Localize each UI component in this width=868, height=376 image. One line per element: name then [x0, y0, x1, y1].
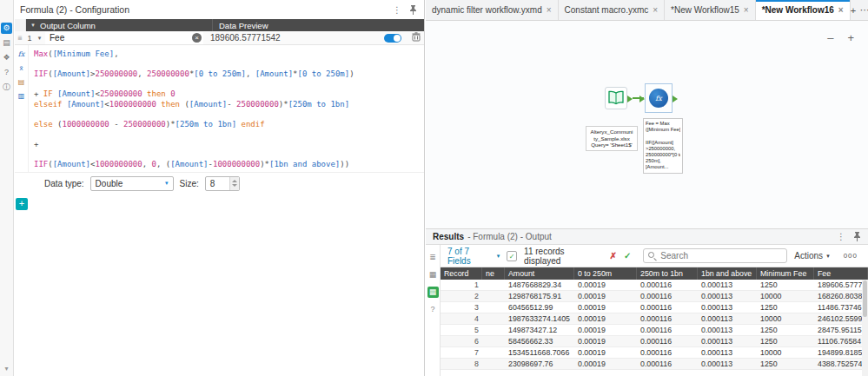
collapse-chevron-icon[interactable]: ▾: [4, 365, 8, 376]
output-column-cell[interactable]: Fee ×: [45, 32, 203, 44]
pin-icon[interactable]: [853, 232, 861, 241]
text-line: [646, 133, 680, 139]
input-tool-caption[interactable]: Alteryx_Community_Sample.xlsxQuery= 'She…: [586, 126, 638, 151]
table-row[interactable]: 41987633274.14050.000190.0001160.0001131…: [441, 313, 868, 325]
tab-dynamic-filter-workflow[interactable]: dynamic filter workflow.yxmd ×: [426, 0, 559, 20]
formula-line: + IF [Amount]<250000000 then 0: [34, 89, 419, 100]
add-expression-button[interactable]: +: [16, 198, 28, 210]
output-column-header[interactable]: Output Column: [40, 21, 212, 30]
table-row[interactable]: 11487668829.340.000190.0001160.000113125…: [441, 280, 868, 291]
formula-code[interactable]: Max([Minimum Fee], IIF([Amount]>25000000…: [29, 45, 424, 172]
table-cell: 0.00019: [574, 325, 637, 335]
overflow-menu-icon[interactable]: ⋯: [856, 4, 868, 16]
table-row[interactable]: 71534511668.70660.000190.0001160.0001131…: [441, 347, 868, 359]
stepper-arrows-icon[interactable]: [229, 177, 239, 190]
text-line: ty_Sample.xlsx: [587, 135, 636, 142]
saved-expressions-icon[interactable]: ▥: [16, 91, 27, 102]
decimal-places-control[interactable]: 000: [844, 252, 858, 260]
scrollbar-thumb[interactable]: [863, 280, 867, 317]
table-row[interactable]: 5149873427.120.000190.0001160.0001131250…: [441, 325, 868, 336]
data-preview-header[interactable]: Data Preview: [213, 21, 424, 30]
favorites-icon[interactable]: ❖: [1, 52, 12, 63]
layers-icon[interactable]: ▤: [1, 37, 12, 49]
records-view-icon[interactable]: ≣: [427, 252, 439, 263]
columns-icon[interactable]: x̄: [16, 63, 27, 74]
column-header[interactable]: 1bn and above: [698, 267, 757, 280]
help-icon[interactable]: ?: [427, 304, 439, 315]
table-cell: 1487668829.34: [505, 280, 574, 290]
actions-dropdown[interactable]: Actions ▾: [794, 251, 829, 261]
table-cell: 1250: [757, 280, 814, 290]
constants-icon[interactable]: ▤: [16, 77, 27, 88]
table-cell: 0.000113: [698, 313, 757, 324]
clear-field-icon[interactable]: ×: [192, 33, 202, 43]
table-cell: 0.00019: [574, 280, 637, 290]
column-header[interactable]: Minimum Fee: [757, 267, 814, 280]
pin-icon[interactable]: [409, 5, 417, 15]
column-header[interactable]: 250m to 1bn: [637, 267, 698, 280]
input-anchor-icon[interactable]: [639, 96, 645, 102]
formula-annotation[interactable]: Fee = Max([Minimum Fee], IIF([Amount]>25…: [643, 118, 683, 174]
ok-filter-icon[interactable]: ✓: [624, 251, 631, 261]
close-icon[interactable]: ×: [653, 5, 658, 15]
column-header[interactable]: Fee: [814, 267, 868, 280]
search-box[interactable]: [643, 248, 787, 263]
formula-editor: fx x̄ ▤ ▥ Max([Minimum Fee], IIF([Amount…: [15, 45, 424, 173]
formula-line: [34, 80, 419, 90]
table-cell: 0.00019: [574, 291, 637, 301]
panel-menu-icon[interactable]: ⋮: [393, 5, 401, 15]
close-icon[interactable]: ×: [838, 5, 844, 15]
formula-field-row[interactable]: ≣ 1 ▾ Fee × 189606.57771542: [15, 31, 424, 45]
close-icon[interactable]: ×: [547, 5, 552, 15]
column-header[interactable]: ne: [482, 267, 505, 280]
table-cell: 10000: [757, 347, 814, 358]
functions-icon[interactable]: fx: [16, 49, 27, 60]
output-anchor-icon[interactable]: [673, 96, 678, 102]
table-cell: [482, 359, 505, 369]
info-icon[interactable]: ⓘ: [1, 82, 12, 93]
column-header[interactable]: Record: [441, 267, 482, 280]
table-cell: 0.000116: [637, 302, 698, 313]
collapse-all-icon[interactable]: ▾: [26, 22, 40, 29]
input-data-tool[interactable]: [605, 87, 627, 109]
tab-new-workflow15[interactable]: *New Workflow15 ×: [665, 0, 756, 20]
table-row[interactable]: 360456512.990.000190.0001160.00011312501…: [441, 302, 868, 313]
zoom-in-icon[interactable]: +: [847, 31, 854, 44]
tab-new-workflow16[interactable]: *New Workflow16 ×: [756, 0, 851, 20]
delete-expression-icon[interactable]: [408, 32, 424, 43]
size-value: 8: [206, 177, 229, 190]
text-line: >250000000,: [646, 146, 680, 152]
cell-viewer-icon[interactable]: ✓: [507, 251, 517, 261]
fields-dropdown[interactable]: 7 of 7 Fields ▾: [447, 247, 500, 266]
formula-tool[interactable]: fx: [645, 83, 673, 113]
column-header[interactable]: 0 to 250m: [574, 267, 637, 280]
row-expand-icon[interactable]: ▾: [34, 35, 45, 42]
size-stepper[interactable]: 8: [205, 176, 240, 191]
table-row[interactable]: 658456662.330.000190.0001160.00011312501…: [441, 336, 868, 347]
workflow-canvas[interactable]: – + fx Alteryx_Community_Sample.xlsxQuer…: [426, 21, 868, 229]
results-left-rail: ≣ ▦ ▦ ?: [426, 245, 441, 376]
search-input[interactable]: [660, 251, 782, 261]
vertical-scrollbar[interactable]: [862, 280, 868, 376]
zoom-out-icon[interactable]: –: [827, 31, 833, 44]
table-row[interactable]: 21298768175.910.000190.0001160.000113100…: [441, 291, 868, 302]
table-row[interactable]: 823098697.760.000190.0001160.00011312504…: [441, 359, 868, 370]
help-icon[interactable]: ?: [1, 67, 12, 78]
table-cell: 0.00019: [574, 302, 637, 313]
table-cell: 0.000116: [637, 359, 698, 369]
close-icon[interactable]: ×: [744, 5, 749, 15]
browse-anchor-icon[interactable]: ▦: [427, 287, 439, 298]
panel-menu-icon[interactable]: ⋮: [837, 232, 845, 241]
drag-handle-icon[interactable]: ≣: [15, 35, 25, 42]
column-header[interactable]: Amount: [505, 267, 574, 280]
size-label: Size:: [180, 179, 199, 188]
table-cell: 1987633274.1405: [505, 313, 574, 324]
data-type-select[interactable]: Double ▾: [90, 176, 174, 191]
preview-toggle[interactable]: [384, 34, 401, 43]
tab-label: *New Workflow16: [762, 5, 834, 15]
field-name: Fee: [50, 33, 64, 43]
settings-icon[interactable]: ⚙: [1, 23, 12, 34]
tab-constant-macro[interactable]: Constant macro.yxmc ×: [559, 0, 666, 20]
schema-view-icon[interactable]: ▦: [427, 269, 439, 280]
errors-filter-icon[interactable]: ✗: [610, 251, 617, 261]
